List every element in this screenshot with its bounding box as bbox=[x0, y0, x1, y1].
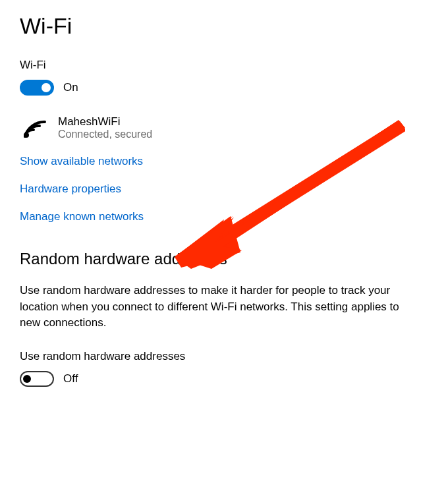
random-hw-toggle-knob bbox=[23, 375, 31, 383]
random-hw-description: Use random hardware addresses to make it… bbox=[20, 283, 422, 331]
random-hw-label: Use random hardware addresses bbox=[20, 350, 428, 363]
svg-point-0 bbox=[24, 132, 29, 138]
network-name: MaheshWiFi bbox=[58, 115, 152, 128]
wifi-signal-icon bbox=[22, 117, 47, 139]
wifi-toggle-knob bbox=[42, 83, 51, 92]
show-available-networks-link[interactable]: Show available networks bbox=[20, 155, 428, 168]
page-title: Wi-Fi bbox=[20, 13, 428, 39]
network-status: Connected, secured bbox=[58, 128, 152, 140]
wifi-toggle-state: On bbox=[63, 81, 78, 94]
network-info: MaheshWiFi Connected, secured bbox=[58, 115, 152, 140]
random-hw-heading: Random hardware addresses bbox=[20, 250, 428, 268]
hardware-properties-link[interactable]: Hardware properties bbox=[20, 183, 428, 196]
random-hw-toggle-row: Off bbox=[20, 371, 428, 387]
random-hw-toggle-state: Off bbox=[63, 372, 78, 385]
wifi-section-label: Wi-Fi bbox=[20, 59, 428, 72]
wifi-toggle[interactable] bbox=[20, 80, 54, 96]
random-hw-toggle[interactable] bbox=[20, 371, 54, 387]
wifi-toggle-row: On bbox=[20, 80, 428, 96]
current-network[interactable]: MaheshWiFi Connected, secured bbox=[20, 115, 428, 140]
manage-known-networks-link[interactable]: Manage known networks bbox=[20, 210, 428, 223]
